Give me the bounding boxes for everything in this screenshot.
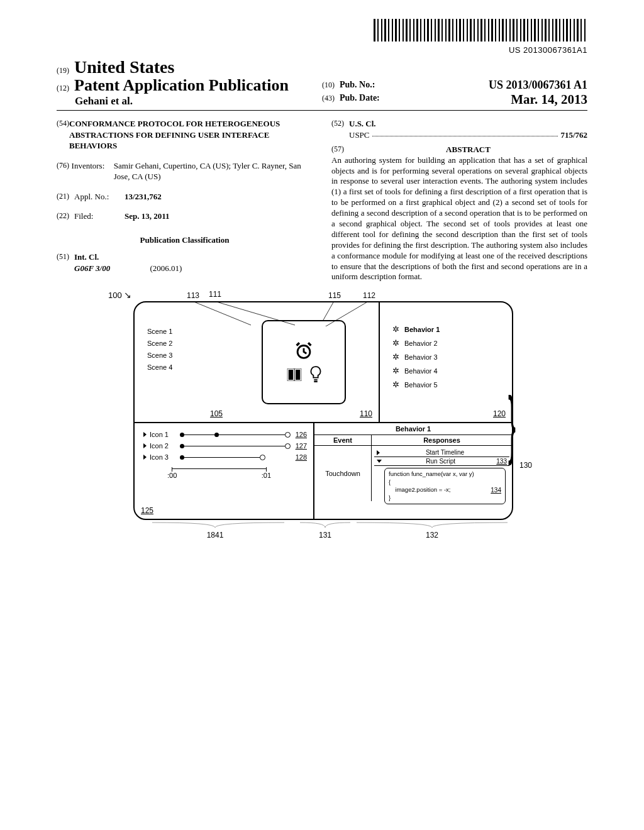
pub-no-code: (10): [322, 80, 335, 89]
pub-no-value: US 2013/0067361 A1: [489, 79, 587, 92]
patent-page: US 20130067361A1 (19) United States (12)…: [0, 0, 644, 558]
ref-120: 120: [493, 409, 506, 418]
brace-icon: }: [508, 385, 516, 461]
canvas-panel: 110: [229, 302, 379, 422]
resp-start-timeline: Start Timeline: [374, 448, 509, 457]
underbrace-row: 1841 131 132: [133, 521, 511, 540]
intcl-edition: (2006.01): [150, 263, 182, 273]
bulb-icon: [309, 365, 323, 384]
ref-134: 134: [491, 486, 501, 494]
gear-icon: ✲: [392, 338, 399, 348]
appl-value: 13/231,762: [125, 191, 162, 202]
timeline-panel: Icon 1 126 Icon 2: [135, 423, 313, 519]
time-0: :00: [167, 472, 177, 479]
resp-run-script: Run Script 133: [374, 457, 509, 466]
left-column: (54) CONFORMANCE PROTOCOL FOR HETEROGENE…: [57, 118, 313, 282]
pub-date-value: Mar. 14, 2013: [511, 92, 587, 108]
detail-body: Touchdown Start Timeline Run Script 133: [314, 446, 512, 501]
ref-132: 132: [353, 531, 511, 540]
title-block: (54) CONFORMANCE PROTOCOL FOR HETEROGENE…: [57, 118, 313, 152]
resp-body: Start Timeline Run Script 133 function f…: [372, 446, 512, 501]
gear-icon: ✲: [392, 366, 399, 375]
doc-type: Patent Application Publication: [74, 76, 289, 94]
appl-code: (21): [57, 191, 74, 202]
header-right: (10) Pub. No.: US 2013/0067361 A1 (43) P…: [322, 79, 587, 108]
ref-131: 131: [297, 531, 353, 540]
pub-date-code: (43): [322, 94, 335, 102]
ref-112: 112: [363, 291, 375, 300]
inventors-code: (76): [57, 160, 72, 182]
behavior-panel: ✲Behavior 1 ✲Behavior 2 ✲Behavior 3 ✲Beh…: [379, 302, 512, 422]
inventors-names: Samir Gehani, Cupertino, CA (US); Tyler …: [114, 160, 313, 182]
invention-title: CONFORMANCE PROTOCOL FOR HETEROGENEOUS A…: [69, 118, 313, 152]
scene-panel: Scene 1 Scene 2 Scene 3 Scene 4 105: [135, 302, 229, 422]
uscl-value: 715/762: [560, 130, 587, 141]
scene-2: Scene 2: [147, 340, 223, 347]
filed-label: Filed:: [74, 211, 125, 222]
icon-3-label: Icon 3: [150, 453, 176, 461]
pub-date-label: Pub. Date:: [340, 93, 380, 102]
triangle-icon: [377, 450, 380, 455]
top-row: Scene 1 Scene 2 Scene 3 Scene 4 105: [135, 302, 512, 422]
gear-icon: ✲: [392, 380, 399, 389]
gear-icon: ✲: [392, 324, 399, 334]
abstract-heading: ABSTRACT: [349, 144, 587, 155]
pub-class-heading: Publication Classification: [57, 235, 313, 246]
resp-header: Responses: [372, 435, 512, 445]
uscl-block: (52) U.S. Cl. USPC 715/762: [331, 118, 587, 140]
gear-icon: ✲: [392, 352, 399, 362]
ui-window: Scene 1 Scene 2 Scene 3 Scene 4 105: [133, 301, 513, 520]
abstract-text: An authoring system for building an appl…: [331, 155, 587, 283]
underbrace-3: [353, 521, 511, 529]
code-line-3: image2.position = -x;: [389, 486, 491, 494]
behavior-2: ✲Behavior 2: [392, 338, 506, 348]
triangle-down-icon: [377, 460, 382, 463]
code-line-1: function func_name(var x, var y): [389, 470, 501, 478]
pub-no-label: Pub. No.:: [340, 80, 375, 89]
behavior-1: ✲Behavior 1: [392, 324, 506, 334]
ref-126: 126: [296, 431, 307, 438]
right-column: (52) U.S. Cl. USPC 715/762 (57) ABSTRACT…: [331, 118, 587, 282]
inventors-block: (76) Inventors: Samir Gehani, Cupertino,…: [57, 160, 313, 182]
icon-1-label: Icon 1: [150, 431, 176, 438]
code-line-2: {: [389, 479, 501, 486]
timeline-row-1: Icon 1 126: [143, 431, 307, 438]
ref-105: 105: [210, 409, 223, 418]
ref-100: 100: [108, 290, 131, 300]
clock-icon: [293, 340, 314, 362]
body-columns: (54) CONFORMANCE PROTOCOL FOR HETEROGENE…: [57, 118, 587, 282]
book-icon: [285, 365, 304, 384]
barcode-text: US 20130067361A1: [57, 45, 587, 55]
ref-127: 127: [296, 442, 307, 450]
canvas: [262, 320, 346, 404]
detail-headers: Event Responses: [314, 435, 512, 446]
title-code: (54): [57, 118, 69, 152]
timeline-row-3: Icon 3 128: [143, 453, 307, 461]
behavior-5: ✲Behavior 5: [392, 380, 506, 389]
barcode: [374, 19, 587, 42]
barcode-area: US 20130067361A1: [57, 19, 587, 55]
event-value: Touchdown: [314, 446, 372, 501]
filed-code: (22): [57, 211, 74, 222]
scene-4: Scene 4: [147, 363, 223, 371]
ref-1841: 1841: [133, 531, 297, 540]
triangle-icon: [143, 443, 147, 448]
ref-128: 128: [296, 453, 307, 461]
bottom-row: Icon 1 126 Icon 2: [135, 422, 512, 519]
timeline-axis: [172, 468, 266, 469]
scene-3: Scene 3: [147, 351, 223, 359]
uscl-label: U.S. Cl.: [349, 118, 587, 130]
triangle-icon: [143, 455, 147, 460]
ref-111: 111: [209, 290, 221, 299]
figure-1: 100 113 111 115 112 Scene 1 Scene 2 Scen: [57, 301, 587, 540]
ref-133: 133: [496, 458, 507, 465]
ref-130: 130: [519, 461, 532, 470]
intcl-block: (51) Int. Cl. G06F 3/00 (2006.01): [57, 252, 313, 274]
intcl-label: Int. Cl.: [74, 252, 182, 263]
event-header: Event: [314, 435, 372, 445]
behavior-3: ✲Behavior 3: [392, 352, 506, 362]
time-1: :01: [262, 472, 271, 479]
filed-block: (22) Filed: Sep. 13, 2011: [57, 211, 313, 222]
appl-label: Appl. No.:: [74, 191, 125, 202]
ref-113: 113: [187, 291, 199, 300]
